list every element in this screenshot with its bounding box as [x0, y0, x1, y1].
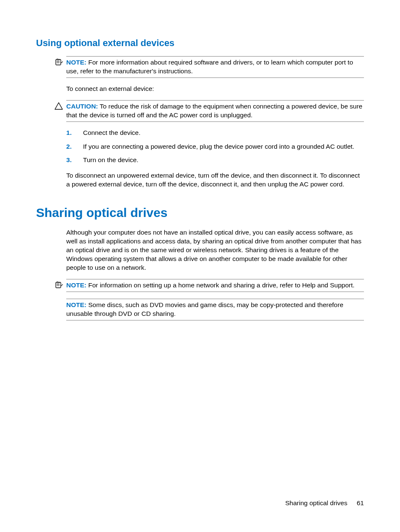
caution-callout: CAUTION: To reduce the risk of damage to…	[66, 100, 364, 122]
note-text: For more information about required soft…	[66, 59, 353, 75]
svg-rect-0	[56, 59, 61, 65]
note-label: NOTE:	[66, 59, 86, 66]
page-footer: Sharing optical drives 61	[285, 499, 364, 507]
note-text: Some discs, such as DVD movies and game …	[66, 301, 343, 317]
note-callout-plain: NOTE: Some discs, such as DVD movies and…	[66, 299, 364, 320]
caution-icon	[55, 102, 63, 110]
document-page: Using optional external devices NOTE: Fo…	[0, 0, 400, 532]
note-label: NOTE:	[66, 301, 86, 308]
footer-page-number: 61	[357, 499, 364, 506]
intro-text: To connect an external device:	[66, 85, 364, 93]
note-callout: NOTE: For more information about require…	[66, 56, 364, 78]
caution-text: To reduce the risk of damage to the equi…	[66, 103, 362, 119]
step-item: If you are connecting a powered device, …	[66, 142, 364, 151]
note-callout: NOTE: For information on setting up a ho…	[66, 279, 364, 292]
step-item: Connect the device.	[66, 129, 364, 137]
note-label: NOTE:	[66, 281, 86, 289]
caution-label: CAUTION:	[66, 103, 98, 110]
note-icon	[55, 281, 63, 289]
sharing-body: Although your computer does not have an …	[66, 228, 364, 272]
heading-sharing-optical-drives: Sharing optical drives	[36, 206, 364, 220]
footer-section-title: Sharing optical drives	[285, 499, 347, 506]
steps-list: Connect the device. If you are connectin…	[66, 129, 364, 165]
heading-using-optional-external-devices: Using optional external devices	[36, 38, 364, 49]
step-item: Turn on the device.	[66, 156, 364, 165]
note-icon	[55, 58, 63, 66]
disconnect-text: To disconnect an unpowered external devi…	[66, 171, 364, 189]
svg-rect-4	[56, 282, 61, 288]
note-text: For information on setting up a home net…	[88, 281, 355, 289]
